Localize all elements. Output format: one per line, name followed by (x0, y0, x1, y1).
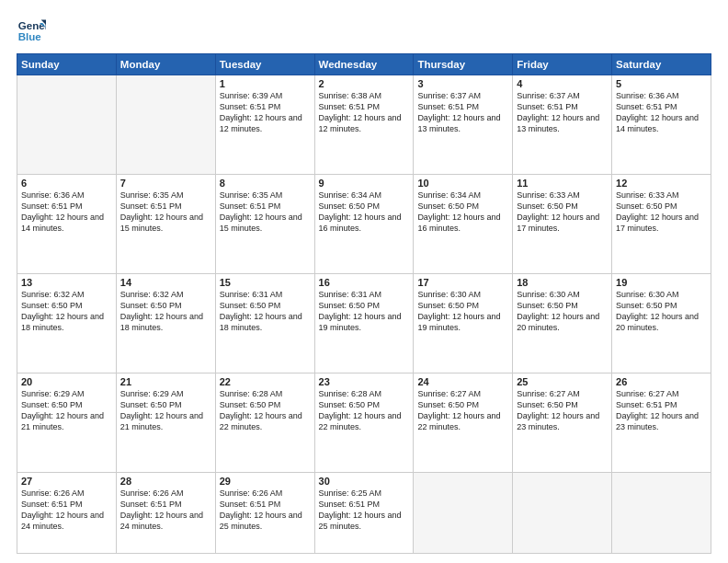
day-number: 5 (616, 78, 707, 89)
calendar-cell: 18Sunrise: 6:30 AMSunset: 6:50 PMDayligh… (513, 274, 612, 373)
calendar-cell: 14Sunrise: 6:32 AMSunset: 6:50 PMDayligh… (116, 274, 215, 373)
day-number: 30 (319, 476, 410, 487)
calendar-cell: 23Sunrise: 6:28 AMSunset: 6:50 PMDayligh… (314, 373, 414, 473)
day-number: 21 (120, 376, 211, 387)
day-number: 14 (120, 277, 211, 288)
cell-info: Sunrise: 6:27 AMSunset: 6:50 PMDaylight:… (517, 388, 608, 433)
calendar-header-wednesday: Wednesday (314, 54, 414, 75)
calendar-cell: 3Sunrise: 6:37 AMSunset: 6:51 PMDaylight… (414, 75, 513, 175)
cell-info: Sunrise: 6:25 AMSunset: 6:51 PMDaylight:… (319, 488, 410, 533)
cell-info: Sunrise: 6:37 AMSunset: 6:51 PMDaylight:… (517, 90, 608, 135)
header: General Blue (17, 17, 711, 46)
day-number: 22 (220, 376, 311, 387)
calendar-cell (612, 473, 711, 554)
calendar-header-thursday: Thursday (414, 54, 513, 75)
calendar-cell: 16Sunrise: 6:31 AMSunset: 6:50 PMDayligh… (314, 274, 414, 373)
calendar-cell: 13Sunrise: 6:32 AMSunset: 6:50 PMDayligh… (17, 274, 117, 373)
calendar-header-monday: Monday (116, 54, 215, 75)
calendar-cell: 2Sunrise: 6:38 AMSunset: 6:51 PMDaylight… (314, 75, 414, 175)
day-number: 7 (120, 178, 211, 189)
day-number: 3 (417, 78, 508, 89)
calendar-cell: 17Sunrise: 6:30 AMSunset: 6:50 PMDayligh… (414, 274, 513, 373)
day-number: 15 (220, 277, 311, 288)
calendar-cell: 26Sunrise: 6:27 AMSunset: 6:51 PMDayligh… (612, 373, 711, 473)
cell-info: Sunrise: 6:34 AMSunset: 6:50 PMDaylight:… (319, 190, 410, 235)
cell-info: Sunrise: 6:28 AMSunset: 6:50 PMDaylight:… (319, 388, 410, 433)
day-number: 11 (517, 178, 608, 189)
cell-info: Sunrise: 6:29 AMSunset: 6:50 PMDaylight:… (120, 388, 211, 433)
cell-info: Sunrise: 6:28 AMSunset: 6:50 PMDaylight:… (220, 388, 311, 433)
calendar-header-sunday: Sunday (17, 54, 117, 75)
day-number: 27 (21, 476, 112, 487)
calendar-cell: 21Sunrise: 6:29 AMSunset: 6:50 PMDayligh… (116, 373, 215, 473)
day-number: 9 (319, 178, 410, 189)
day-number: 12 (616, 178, 707, 189)
cell-info: Sunrise: 6:30 AMSunset: 6:50 PMDaylight:… (517, 289, 608, 334)
cell-info: Sunrise: 6:26 AMSunset: 6:51 PMDaylight:… (21, 488, 112, 533)
calendar-header-tuesday: Tuesday (215, 54, 314, 75)
calendar-cell: 10Sunrise: 6:34 AMSunset: 6:50 PMDayligh… (414, 175, 513, 274)
cell-info: Sunrise: 6:26 AMSunset: 6:51 PMDaylight:… (120, 488, 211, 533)
calendar-cell: 28Sunrise: 6:26 AMSunset: 6:51 PMDayligh… (116, 473, 215, 554)
cell-info: Sunrise: 6:35 AMSunset: 6:51 PMDaylight:… (220, 190, 311, 235)
calendar-cell (414, 473, 513, 554)
cell-info: Sunrise: 6:36 AMSunset: 6:51 PMDaylight:… (21, 190, 112, 235)
day-number: 6 (21, 178, 112, 189)
calendar-cell: 19Sunrise: 6:30 AMSunset: 6:50 PMDayligh… (612, 274, 711, 373)
calendar-cell: 12Sunrise: 6:33 AMSunset: 6:50 PMDayligh… (612, 175, 711, 274)
day-number: 26 (616, 376, 707, 387)
calendar-week-row: 13Sunrise: 6:32 AMSunset: 6:50 PMDayligh… (17, 274, 711, 373)
calendar-table: SundayMondayTuesdayWednesdayThursdayFrid… (17, 53, 711, 554)
cell-info: Sunrise: 6:26 AMSunset: 6:51 PMDaylight:… (220, 488, 311, 533)
calendar-cell: 9Sunrise: 6:34 AMSunset: 6:50 PMDaylight… (314, 175, 414, 274)
calendar-cell: 22Sunrise: 6:28 AMSunset: 6:50 PMDayligh… (215, 373, 314, 473)
cell-info: Sunrise: 6:35 AMSunset: 6:51 PMDaylight:… (120, 190, 211, 235)
calendar-week-row: 6Sunrise: 6:36 AMSunset: 6:51 PMDaylight… (17, 175, 711, 274)
svg-text:General: General (18, 20, 46, 31)
cell-info: Sunrise: 6:27 AMSunset: 6:50 PMDaylight:… (417, 388, 508, 433)
cell-info: Sunrise: 6:27 AMSunset: 6:51 PMDaylight:… (616, 388, 707, 433)
calendar-cell: 15Sunrise: 6:31 AMSunset: 6:50 PMDayligh… (215, 274, 314, 373)
day-number: 29 (220, 476, 311, 487)
day-number: 23 (319, 376, 410, 387)
day-number: 24 (417, 376, 508, 387)
svg-text:Blue: Blue (18, 31, 42, 42)
calendar-cell: 1Sunrise: 6:39 AMSunset: 6:51 PMDaylight… (215, 75, 314, 175)
day-number: 18 (517, 277, 608, 288)
calendar-week-row: 27Sunrise: 6:26 AMSunset: 6:51 PMDayligh… (17, 473, 711, 554)
day-number: 10 (417, 178, 508, 189)
calendar-cell: 24Sunrise: 6:27 AMSunset: 6:50 PMDayligh… (414, 373, 513, 473)
day-number: 8 (220, 178, 311, 189)
day-number: 19 (616, 277, 707, 288)
cell-info: Sunrise: 6:32 AMSunset: 6:50 PMDaylight:… (21, 289, 112, 334)
calendar-cell: 7Sunrise: 6:35 AMSunset: 6:51 PMDaylight… (116, 175, 215, 274)
calendar-cell: 4Sunrise: 6:37 AMSunset: 6:51 PMDaylight… (513, 75, 612, 175)
cell-info: Sunrise: 6:39 AMSunset: 6:51 PMDaylight:… (220, 90, 311, 135)
day-number: 25 (517, 376, 608, 387)
cell-info: Sunrise: 6:36 AMSunset: 6:51 PMDaylight:… (616, 90, 707, 135)
cell-info: Sunrise: 6:32 AMSunset: 6:50 PMDaylight:… (120, 289, 211, 334)
cell-info: Sunrise: 6:33 AMSunset: 6:50 PMDaylight:… (517, 190, 608, 235)
cell-info: Sunrise: 6:34 AMSunset: 6:50 PMDaylight:… (417, 190, 508, 235)
cell-info: Sunrise: 6:30 AMSunset: 6:50 PMDaylight:… (616, 289, 707, 334)
calendar-cell (513, 473, 612, 554)
calendar-header-friday: Friday (513, 54, 612, 75)
calendar-cell: 8Sunrise: 6:35 AMSunset: 6:51 PMDaylight… (215, 175, 314, 274)
calendar-header-saturday: Saturday (612, 54, 711, 75)
general-blue-icon: General Blue (17, 17, 46, 46)
day-number: 20 (21, 376, 112, 387)
cell-info: Sunrise: 6:37 AMSunset: 6:51 PMDaylight:… (417, 90, 508, 135)
calendar-cell: 11Sunrise: 6:33 AMSunset: 6:50 PMDayligh… (513, 175, 612, 274)
calendar-cell (116, 75, 215, 175)
day-number: 28 (120, 476, 211, 487)
cell-info: Sunrise: 6:31 AMSunset: 6:50 PMDaylight:… (220, 289, 311, 334)
calendar-cell: 5Sunrise: 6:36 AMSunset: 6:51 PMDaylight… (612, 75, 711, 175)
calendar-cell (17, 75, 117, 175)
calendar-week-row: 20Sunrise: 6:29 AMSunset: 6:50 PMDayligh… (17, 373, 711, 473)
day-number: 17 (417, 277, 508, 288)
logo: General Blue (17, 17, 50, 46)
cell-info: Sunrise: 6:31 AMSunset: 6:50 PMDaylight:… (319, 289, 410, 334)
calendar-cell: 29Sunrise: 6:26 AMSunset: 6:51 PMDayligh… (215, 473, 314, 554)
calendar-cell: 30Sunrise: 6:25 AMSunset: 6:51 PMDayligh… (314, 473, 414, 554)
day-number: 16 (319, 277, 410, 288)
